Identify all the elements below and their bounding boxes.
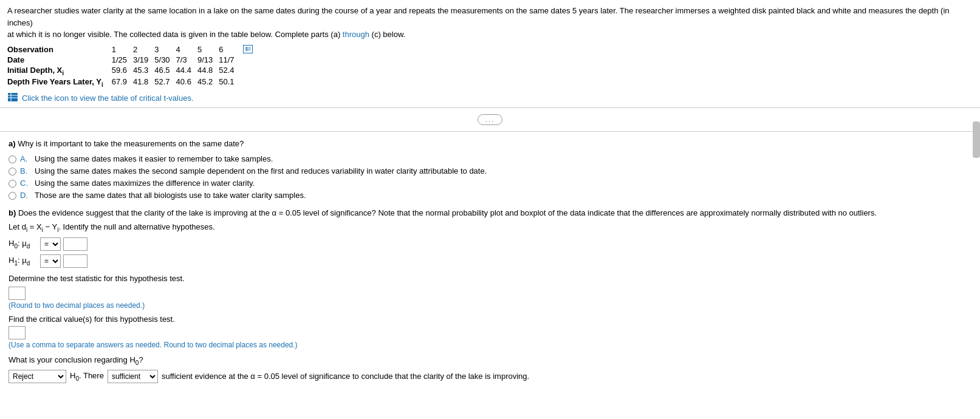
h0-conclusion-text: H0. There (70, 371, 104, 382)
h0-value-input[interactable] (63, 237, 87, 251)
xi-6: 52.4 (219, 65, 240, 77)
main-section: a) Why is it important to take the measu… (0, 132, 980, 390)
date-5: 9/13 (197, 55, 219, 65)
table-icon[interactable] (7, 92, 18, 104)
intro-text: A researcher studies water clarity at th… (7, 5, 973, 41)
data-table: Observation 1 2 3 4 5 6 Date 1/25 3/19 5… (7, 44, 259, 89)
intro-part1: A researcher studies water clarity at th… (7, 6, 950, 27)
part-b-label: b) (9, 208, 16, 217)
part-b: b) Does the evidence suggest that the cl… (9, 208, 971, 383)
part-b-question: b) Does the evidence suggest that the cl… (9, 208, 971, 217)
option-d-letter: D. (20, 191, 31, 200)
radio-c[interactable] (9, 180, 16, 188)
obs-1: 1 (112, 44, 133, 55)
svg-rect-3 (8, 93, 18, 101)
option-a-letter: A. (20, 154, 31, 163)
yi-6: 50.1 (219, 77, 240, 89)
critical-helper: (Use a comma to separate answers as need… (9, 341, 971, 349)
obs-5: 5 (197, 44, 219, 55)
h1-value-input[interactable] (63, 254, 87, 268)
part-a-question: a) Why is it important to take the measu… (9, 139, 971, 148)
date-label: Date (7, 55, 112, 65)
yi-2: 41.8 (133, 77, 154, 89)
xi-5: 44.8 (197, 65, 219, 77)
radio-d[interactable] (9, 192, 16, 200)
obs-6: 6 (219, 44, 240, 55)
option-d-text: Those are the same dates that all biolog… (35, 191, 306, 200)
date-6: 11/7 (219, 55, 240, 65)
xi-1: 59.6 (112, 65, 133, 77)
xi-4: 44.4 (176, 65, 197, 77)
xi-2: 45.3 (133, 65, 154, 77)
conclusion-row: Reject Do not reject H0. There sufficien… (9, 370, 971, 383)
h0-operator-select[interactable]: = ≠ < > ≥ ≤ (40, 237, 61, 251)
scrollbar[interactable] (973, 121, 980, 158)
critical-value-input[interactable] (9, 326, 26, 339)
intro-part3: (c) below. (369, 30, 405, 39)
option-a[interactable]: A. Using the same dates makes it easier … (9, 154, 971, 163)
date-3: 5/30 (154, 55, 176, 65)
yi-4: 40.6 (176, 77, 197, 89)
option-c[interactable]: C. Using the same dates maximizes the di… (9, 179, 971, 188)
initial-depth-label: Initial Depth, Xi (7, 65, 112, 77)
xi-3: 46.5 (154, 65, 176, 77)
options-list: A. Using the same dates makes it easier … (9, 154, 971, 200)
date-2: 3/19 (133, 55, 154, 65)
intro-part2: at which it is no longer visible. The co… (7, 30, 343, 39)
date-1: 1/25 (112, 55, 133, 65)
yi-3: 52.7 (154, 77, 176, 89)
radio-a[interactable] (9, 155, 16, 163)
option-d[interactable]: D. Those are the same dates that all bio… (9, 191, 971, 200)
observation-label: Observation (7, 44, 112, 55)
conclusion-suffix: sufficient evidence at the α = 0.05 leve… (162, 372, 529, 381)
obs-3: 3 (154, 44, 176, 55)
top-section: A researcher studies water clarity at th… (0, 0, 980, 108)
yi-1: 67.9 (112, 77, 133, 89)
option-c-letter: C. (20, 179, 31, 188)
click-icon-text: Click the icon to view the table of crit… (22, 94, 194, 103)
divider-dots: ... (478, 114, 502, 125)
reject-select[interactable]: Reject Do not reject (9, 370, 66, 383)
obs-2: 2 (133, 44, 154, 55)
click-icon-row[interactable]: Click the icon to view the table of crit… (7, 92, 973, 104)
h1-label: H1: μd (9, 256, 38, 267)
option-b-text: Using the same dates makes the second sa… (35, 166, 487, 175)
h0-label: H0: μd (9, 239, 38, 250)
critical-label: Find the critical value(s) for this hypo… (9, 315, 971, 324)
let-text: Let di = Xi − Yi. Identify the null and … (9, 222, 971, 233)
round-two-helper: (Round to two decimal places as needed.) (9, 301, 971, 310)
option-c-text: Using the same dates maximizes the diffe… (35, 179, 255, 188)
obs-4: 4 (176, 44, 197, 55)
conclusion-label: What is your conclusion regarding H0? (9, 355, 971, 366)
determine-label: Determine the test statistic for this hy… (9, 274, 971, 283)
date-4: 7/3 (176, 55, 197, 65)
option-a-text: Using the same dates makes it easier to … (35, 154, 273, 163)
test-stat-input[interactable] (9, 287, 26, 300)
obs-table-icon[interactable] (241, 44, 259, 55)
part-a-label: a) (9, 139, 16, 148)
h0-row: H0: μd = ≠ < > ≥ ≤ (9, 237, 971, 251)
option-b[interactable]: B. Using the same dates makes the second… (9, 166, 971, 175)
depth-five-label: Depth Five Years Later, Yi (7, 77, 112, 89)
radio-b[interactable] (9, 168, 16, 175)
h1-operator-select[interactable]: = ≠ < > ≥ ≤ (40, 254, 61, 268)
through-link[interactable]: through (343, 30, 369, 39)
part-a: a) Why is it important to take the measu… (9, 139, 971, 200)
divider-section: ... (0, 108, 980, 132)
yi-5: 45.2 (197, 77, 219, 89)
h1-row: H1: μd = ≠ < > ≥ ≤ (9, 254, 971, 268)
option-b-letter: B. (20, 166, 31, 175)
sufficient-select[interactable]: sufficient insufficient (108, 370, 158, 383)
